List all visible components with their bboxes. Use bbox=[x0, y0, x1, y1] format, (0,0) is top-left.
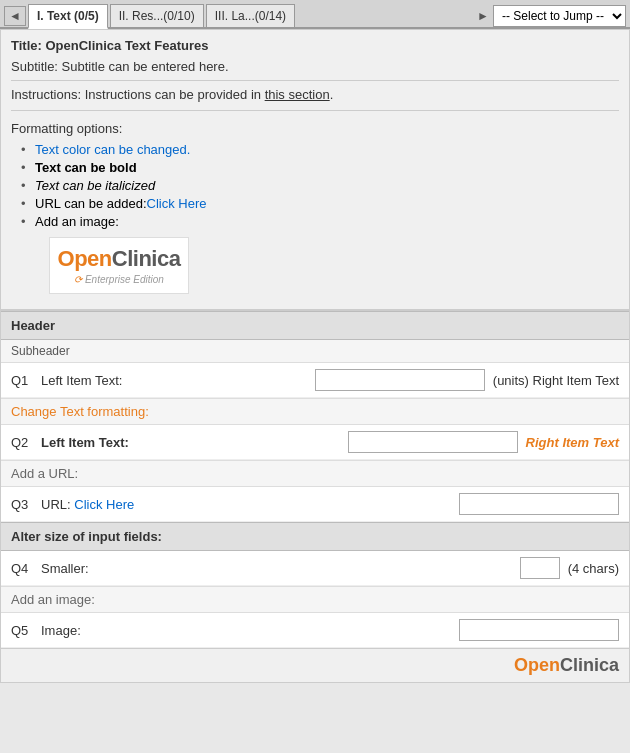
list-item: Text can be italicized bbox=[21, 178, 619, 193]
q2-label: Left Item Text: bbox=[41, 435, 340, 450]
logo-image: OpenClinica bbox=[58, 246, 181, 272]
text-features-panel: Title: OpenClinica Text Features Subtitl… bbox=[1, 30, 629, 311]
question-row-q4: Q4 Smaller: (4 chars) bbox=[1, 551, 629, 586]
q3-label: URL: Click Here bbox=[41, 497, 451, 512]
logo-tagline: ⟳ Enterprise Edition bbox=[74, 274, 164, 285]
tab-prev-arrow[interactable]: ◄ bbox=[4, 6, 26, 26]
panel-subtitle: Subtitle: Subtitle can be entered here. bbox=[11, 59, 619, 81]
main-content: Title: OpenClinica Text Features Subtitl… bbox=[0, 29, 630, 683]
tab-1[interactable]: I. Text (0/5) bbox=[28, 4, 108, 29]
question-row-q5: Q5 Image: bbox=[1, 613, 629, 648]
question-row-q2: Q2 Left Item Text: Right Item Text bbox=[1, 425, 629, 460]
url-link[interactable]: Click Here bbox=[147, 196, 207, 211]
tab-bar: ◄ I. Text (0/5) II. Res...(0/10) III. La… bbox=[0, 0, 630, 29]
footer-logo: OpenClinica bbox=[514, 655, 619, 676]
section-colored-3: Add a URL: bbox=[1, 460, 629, 487]
q1-input[interactable] bbox=[315, 369, 485, 391]
q4-right-text: (4 chars) bbox=[568, 561, 619, 576]
tab-2[interactable]: II. Res...(0/10) bbox=[110, 4, 204, 27]
q1-right-text: (units) Right Item Text bbox=[493, 373, 619, 388]
formatting-list: Text color can be changed. Text can be b… bbox=[21, 142, 619, 294]
q4-number: Q4 bbox=[11, 561, 33, 576]
section-header-1: Header bbox=[1, 311, 629, 340]
section-colored-2: Change Text formatting: bbox=[1, 398, 629, 425]
q4-label: Smaller: bbox=[41, 561, 512, 576]
section-2-label: Change Text formatting: bbox=[11, 404, 149, 419]
q1-number: Q1 bbox=[11, 373, 33, 388]
section-subheader-1: Subheader bbox=[1, 340, 629, 363]
section-3-label: Add a URL: bbox=[11, 466, 78, 481]
question-row-q3: Q3 URL: Click Here bbox=[1, 487, 629, 522]
q4-input[interactable] bbox=[520, 557, 560, 579]
q5-number: Q5 bbox=[11, 623, 33, 638]
section-5-label: Add an image: bbox=[11, 592, 95, 607]
jump-arrow-icon: ► bbox=[477, 9, 489, 23]
q3-input[interactable] bbox=[459, 493, 619, 515]
jump-select-wrapper: ► -- Select to Jump -- bbox=[477, 5, 626, 27]
list-item: Text can be bold bbox=[21, 160, 619, 175]
list-item: Add an image: OpenClinica ⟳ Enterprise E… bbox=[21, 214, 619, 294]
q3-number: Q3 bbox=[11, 497, 33, 512]
page-footer: OpenClinica bbox=[1, 648, 629, 682]
formatting-label: Formatting options: bbox=[11, 121, 619, 136]
q5-input[interactable] bbox=[459, 619, 619, 641]
tab-3[interactable]: III. La...(0/14) bbox=[206, 4, 295, 27]
panel-instructions: Instructions: Instructions can be provid… bbox=[11, 87, 619, 111]
panel-title: Title: OpenClinica Text Features bbox=[11, 38, 619, 53]
list-item: URL can be added:Click Here bbox=[21, 196, 619, 211]
section-header-4: Alter size of input fields: bbox=[1, 522, 629, 551]
q2-number: Q2 bbox=[11, 435, 33, 450]
q2-right-text: Right Item Text bbox=[526, 435, 619, 450]
section-colored-5: Add an image: bbox=[1, 586, 629, 613]
q3-url-link[interactable]: Click Here bbox=[74, 497, 134, 512]
jump-select[interactable]: -- Select to Jump -- bbox=[493, 5, 626, 27]
question-row-q1: Q1 Left Item Text: (units) Right Item Te… bbox=[1, 363, 629, 398]
q5-label: Image: bbox=[41, 623, 451, 638]
list-item: Text color can be changed. bbox=[21, 142, 619, 157]
q2-input[interactable] bbox=[348, 431, 518, 453]
q1-label: Left Item Text: bbox=[41, 373, 307, 388]
logo-container: OpenClinica ⟳ Enterprise Edition bbox=[49, 237, 189, 294]
